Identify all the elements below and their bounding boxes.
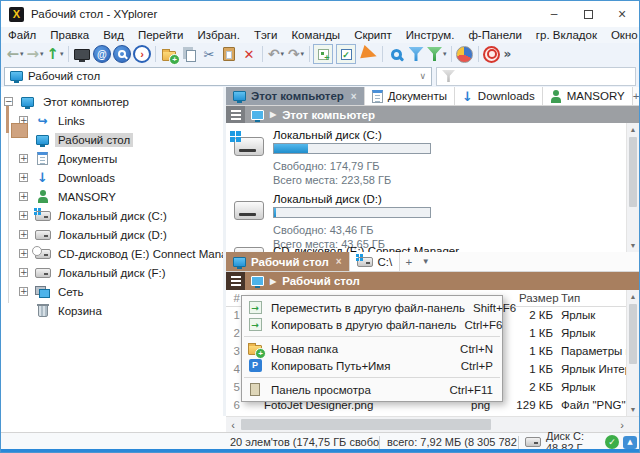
tree-expander[interactable]: + xyxy=(19,268,28,277)
menu-commands[interactable]: Команды xyxy=(291,29,340,41)
tab-list-dropdown-icon[interactable]: ▼ xyxy=(417,252,434,271)
tree-item-network[interactable]: + Сеть xyxy=(1,282,223,301)
filter-box[interactable] xyxy=(436,67,636,86)
menu-item-copy-to-other-pane[interactable]: → Копировать в другую файл-панель Ctrl+F… xyxy=(242,316,502,333)
copy-button[interactable] xyxy=(179,44,199,64)
menu-item-move-to-other-pane[interactable]: → Переместить в другую файл-панель Shift… xyxy=(242,299,502,316)
go-to-button[interactable]: › xyxy=(132,44,152,64)
tab-drive-c[interactable]: C:\ xyxy=(350,252,401,271)
paste-button[interactable] xyxy=(219,44,239,64)
scroll-up-icon[interactable]: ▲ xyxy=(627,290,639,303)
scroll-down-icon[interactable]: ▼ xyxy=(627,239,639,252)
tree-expander[interactable]: + xyxy=(19,287,28,296)
menu-tags[interactable]: Тэги xyxy=(254,29,278,41)
find-files-button[interactable] xyxy=(386,44,406,64)
drive-item-e-clipped[interactable]: CD-дисковод (E:) Connect Manager xyxy=(226,245,625,252)
column-header-type[interactable]: Тип xyxy=(561,292,580,304)
scroll-up-icon[interactable]: ▲ xyxy=(627,123,639,136)
tab-documents[interactable]: Документы xyxy=(365,87,455,105)
tree-expander[interactable]: + xyxy=(19,154,28,163)
scroll-right-icon[interactable]: › xyxy=(615,417,629,432)
menu-scripting[interactable]: Скрипт xyxy=(354,29,392,41)
tree-item-recycle-bin[interactable]: Корзина xyxy=(1,301,223,320)
scrollbar-thumb[interactable] xyxy=(241,419,491,430)
tree-item-this-pc[interactable]: − Этот компьютер xyxy=(1,92,223,111)
color-filter-button[interactable] xyxy=(482,44,502,64)
menu-panes[interactable]: ф-Панели xyxy=(468,29,521,41)
mini-tree-button[interactable] xyxy=(313,44,333,64)
new-tab-button[interactable]: + xyxy=(633,87,640,105)
tree-expander[interactable]: + xyxy=(19,211,28,220)
breadcrumb-label[interactable]: Этот компьютер xyxy=(282,109,375,121)
tab-mansory[interactable]: MANSORY xyxy=(543,87,633,105)
column-header-size[interactable]: Размер xyxy=(519,292,559,304)
cut-button[interactable]: ✂ xyxy=(199,44,219,64)
tab-close-icon[interactable]: × xyxy=(351,91,357,102)
desktop-button[interactable] xyxy=(72,44,92,64)
scrollbar-thumb[interactable] xyxy=(629,137,637,207)
redo-button[interactable]: ↷▾ xyxy=(286,44,306,64)
menu-file[interactable]: Файл xyxy=(8,29,36,41)
top-pane-vertical-scrollbar[interactable]: ▲ ▼ xyxy=(626,123,639,252)
menu-window[interactable]: Окно xyxy=(611,29,638,41)
tree-item-downloads[interactable]: + ↓ Downloads xyxy=(1,168,223,187)
tab-close-icon[interactable]: × xyxy=(336,256,342,267)
drive-item-d[interactable]: Локальный диск (D:) Свободно: 43,46 ГБ В… xyxy=(226,193,625,251)
scroll-left-icon[interactable]: ‹ xyxy=(226,417,240,432)
address-input[interactable]: Рабочий стол xyxy=(28,70,414,82)
scrollbar-thumb[interactable] xyxy=(629,304,637,364)
menu-tabsets[interactable]: гр. Вкладок xyxy=(536,29,597,41)
close-button[interactable]: × xyxy=(605,1,639,27)
panel-up-icon[interactable]: ▲ xyxy=(623,436,637,449)
scroll-down-icon[interactable]: ▼ xyxy=(627,403,639,416)
maximize-button[interactable] xyxy=(571,1,605,27)
visual-filter-button[interactable]: ▾ xyxy=(426,44,448,64)
drive-item-c[interactable]: Локальный диск (C:) Свободно: 174,79 ГБ … xyxy=(226,129,625,193)
tree-item-desktop[interactable]: Рабочий стол xyxy=(1,130,223,149)
tree-item-drive-c[interactable]: + Локальный диск (C:) xyxy=(1,206,223,225)
back-button[interactable]: ←▾ xyxy=(5,44,25,64)
undo-button[interactable]: ↶▾ xyxy=(266,44,286,64)
column-header-number[interactable]: # xyxy=(226,292,240,304)
tree-expander[interactable]: − xyxy=(4,97,13,106)
forward-button[interactable]: →▾ xyxy=(25,44,45,64)
tree-item-documents[interactable]: + Документы xyxy=(1,149,223,168)
address-bar[interactable]: Рабочий стол ∨ xyxy=(4,67,432,86)
menu-favorites[interactable]: Избран. xyxy=(198,29,240,41)
tree-item-user[interactable]: + MANSORY xyxy=(1,187,223,206)
tab-this-pc[interactable]: Этот компьютер × xyxy=(226,87,365,105)
bottom-pane-vertical-scrollbar[interactable]: ▲ ▼ xyxy=(626,290,639,416)
menu-go[interactable]: Перейти xyxy=(138,29,184,41)
folder-report-button[interactable] xyxy=(455,44,475,64)
breadcrumb-label[interactable]: Рабочий стол xyxy=(282,275,360,287)
menu-edit[interactable]: Правка xyxy=(50,29,89,41)
recent-locations-button[interactable] xyxy=(112,44,132,64)
new-tab-button[interactable]: + xyxy=(400,252,417,271)
tree-expander[interactable]: + xyxy=(19,192,28,201)
tree-item-cd-drive-e[interactable]: + CD-дисковод (E:) Connect Manager xyxy=(1,244,223,263)
menu-item-new-folder[interactable]: Новая папка Ctrl+N xyxy=(242,340,502,357)
tab-downloads[interactable]: ↓ Downloads xyxy=(455,87,543,105)
menu-item-copy-path-name[interactable]: P Копировать Путь+Имя Ctrl+P xyxy=(242,357,502,374)
minimize-button[interactable]: – xyxy=(537,1,571,27)
checkbox-selection-button[interactable]: ✓ xyxy=(336,44,356,64)
tree-expander[interactable]: + xyxy=(19,230,28,239)
up-button[interactable]: ↑▾ xyxy=(45,44,65,64)
tree-item-links[interactable]: + ↪ Links xyxy=(1,111,223,130)
tab-desktop[interactable]: Рабочий стол × xyxy=(226,252,350,271)
filter-button[interactable] xyxy=(406,44,426,64)
tree-expander[interactable]: + xyxy=(19,249,28,258)
ok-check-icon[interactable]: ✓ xyxy=(605,435,619,449)
toolbar-overflow-button[interactable]: » xyxy=(504,47,512,61)
tree-item-drive-f[interactable]: + Локальный диск (F:) xyxy=(1,263,223,282)
tree-expander[interactable]: + xyxy=(19,173,28,182)
hotlist-button[interactable]: @ xyxy=(92,44,112,64)
menu-tools[interactable]: Инструм. xyxy=(406,29,455,41)
delete-button[interactable]: ✕ xyxy=(239,44,259,64)
type-stats-button[interactable] xyxy=(359,44,379,64)
menu-item-preview-pane[interactable]: Панель просмотра Ctrl+F11 xyxy=(242,381,502,398)
pane-menu-button[interactable] xyxy=(226,272,245,290)
address-dropdown-icon[interactable]: ∨ xyxy=(419,71,426,81)
menu-view[interactable]: Вид xyxy=(103,29,124,41)
new-folder-button[interactable] xyxy=(159,44,179,64)
